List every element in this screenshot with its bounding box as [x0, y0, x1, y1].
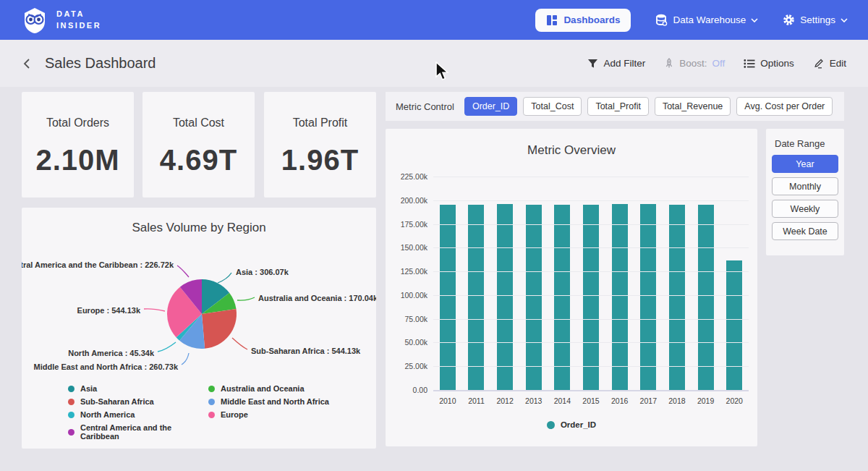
options-label: Options	[760, 58, 794, 69]
metric-chip-total-cost[interactable]: Total_Cost	[523, 97, 582, 116]
y-tick-label: 125.00k	[401, 267, 427, 276]
legend-label: Sub-Saharan Africa	[80, 397, 154, 406]
brand-line2: INSIDER	[56, 20, 101, 32]
pie-legend-item-sub-saharan-africa[interactable]: Sub-Saharan Africa	[68, 397, 208, 406]
y-tick-label: 50.00k	[404, 338, 427, 347]
bar-plot: 2010201120122013201420152016201720182019…	[433, 177, 749, 391]
edit-button[interactable]: Edit	[813, 58, 846, 69]
pie-leader-line	[218, 273, 231, 283]
y-tick-label: 0.00	[413, 386, 427, 394]
rocket-icon	[664, 58, 674, 69]
bar-2015[interactable]	[583, 205, 599, 390]
bar-chart-legend: Order_ID	[386, 420, 757, 429]
legend-dot	[208, 412, 215, 418]
database-icon	[655, 14, 668, 26]
legend-dot	[68, 386, 75, 392]
gridline	[433, 271, 749, 272]
bar-2020[interactable]	[726, 260, 742, 390]
app-root: DATA INSIDER Dashboards D	[0, 0, 868, 471]
pie-legend-item-europe[interactable]: Europe	[208, 410, 329, 419]
date-range-year[interactable]: Year	[772, 155, 838, 173]
dashboards-label: Dashboards	[563, 14, 620, 25]
data-warehouse-menu[interactable]: Data Warehouse	[655, 14, 758, 26]
data-warehouse-label: Data Warehouse	[673, 14, 746, 25]
kpi-card-total-cost: Total Cost 4.69T	[142, 92, 255, 198]
bar-slot-2016: 2016	[605, 177, 634, 390]
gridline	[433, 247, 749, 248]
bar-2011[interactable]	[468, 205, 484, 390]
bar-2019[interactable]	[698, 205, 714, 390]
bar-slot-2014: 2014	[548, 177, 577, 390]
bar-slot-2015: 2015	[576, 177, 605, 390]
pie-leader-line	[177, 266, 189, 277]
top-navbar: DATA INSIDER Dashboards D	[0, 0, 868, 40]
header-actions: Add Filter Boost: Off Options	[587, 58, 846, 69]
y-tick-label: 150.00k	[401, 243, 427, 252]
metric-control-bar: Metric Control Order_IDTotal_CostTotal_P…	[386, 92, 844, 121]
bar-slot-2018: 2018	[663, 177, 692, 390]
metric-chip-total-profit[interactable]: Total_Profit	[587, 97, 649, 116]
add-filter-button[interactable]: Add Filter	[587, 58, 645, 69]
pie-legend-item-central-america-and-the-caribbean[interactable]: Central America and the Caribbean	[68, 423, 208, 441]
pie-chart-card: Sales Volume by Region Asia : 306.07kAus…	[22, 208, 376, 449]
x-tick-label: 2011	[468, 396, 485, 405]
legend-dot	[68, 399, 75, 405]
back-button[interactable]	[22, 58, 33, 69]
gridline	[433, 295, 749, 296]
chevron-down-icon	[751, 18, 758, 22]
x-tick-label: 2020	[726, 396, 743, 405]
date-range-weekly[interactable]: Weekly	[772, 200, 838, 218]
brand-text: DATA INSIDER	[56, 9, 101, 32]
bar-2013[interactable]	[526, 205, 542, 390]
settings-menu[interactable]: Settings	[783, 14, 848, 26]
legend-dot	[208, 386, 215, 392]
y-tick-label: 75.00k	[404, 315, 427, 323]
boost-label: Boost:	[679, 58, 707, 69]
pie-legend-item-australia-and-oceania[interactable]: Australia and Oceania	[208, 384, 329, 393]
bar-slot-2012: 2012	[490, 177, 519, 390]
bar-2017[interactable]	[640, 204, 656, 390]
gridline	[433, 319, 749, 320]
bar-2012[interactable]	[497, 204, 513, 391]
dashboard-body: Total Orders 2.10M Total Cost 4.69T Tota…	[0, 87, 868, 471]
options-button[interactable]: Options	[744, 58, 794, 69]
y-tick-label: 175.00k	[401, 220, 427, 229]
legend-dot	[208, 399, 215, 405]
pie-legend-item-north-america[interactable]: North America	[68, 410, 208, 419]
bar-2014[interactable]	[554, 205, 570, 390]
pencil-edit-icon	[813, 58, 825, 69]
pie-leader-line	[158, 342, 176, 352]
metric-chip-avg-cost-per-order[interactable]: Avg. Cost per Order	[736, 97, 833, 116]
boost-toggle[interactable]: Boost: Off	[664, 58, 725, 69]
legend-label: Central America and the Caribbean	[80, 423, 208, 441]
y-tick-label: 25.00k	[404, 362, 427, 370]
x-tick-label: 2013	[525, 396, 542, 405]
x-tick-label: 2016	[611, 396, 628, 405]
pie-slice-sub-saharan-africa[interactable]	[202, 309, 237, 349]
x-tick-label: 2019	[697, 396, 714, 405]
pie-legend-item-middle-east-and-north-africa[interactable]: Middle East and North Africa	[208, 397, 329, 406]
date-range-monthly[interactable]: Monthly	[772, 177, 838, 195]
pie-legend: AsiaAustralia and OceaniaSub-Saharan Afr…	[68, 384, 329, 441]
pie-leader-line	[232, 338, 247, 349]
metric-chip-total-revenue[interactable]: Total_Revenue	[655, 97, 731, 116]
pie-slice-label: Central America and the Caribbean : 226.…	[22, 260, 174, 269]
x-tick-label: 2010	[439, 396, 456, 405]
kpi-label: Total Profit	[264, 116, 376, 130]
bar-slot-2017: 2017	[634, 177, 663, 390]
bar-2018[interactable]	[669, 205, 685, 390]
y-tick-label: 200.00k	[401, 196, 427, 205]
metric-chip-order-id[interactable]: Order_ID	[464, 97, 517, 116]
date-range-week-date[interactable]: Week Date	[772, 222, 838, 240]
bar-2010[interactable]	[440, 205, 456, 390]
chevron-left-icon	[22, 58, 33, 69]
kpi-label: Total Orders	[22, 116, 134, 130]
x-tick-label: 2018	[668, 396, 685, 405]
bar-2016[interactable]	[612, 204, 628, 391]
metric-chips: Order_IDTotal_CostTotal_ProfitTotal_Reve…	[464, 97, 833, 116]
dashboards-button[interactable]: Dashboards	[535, 9, 631, 32]
chevron-down-icon	[841, 18, 848, 22]
pie-legend-item-asia[interactable]: Asia	[68, 384, 208, 393]
owl-logo-icon	[20, 6, 49, 35]
gridline	[433, 342, 749, 343]
